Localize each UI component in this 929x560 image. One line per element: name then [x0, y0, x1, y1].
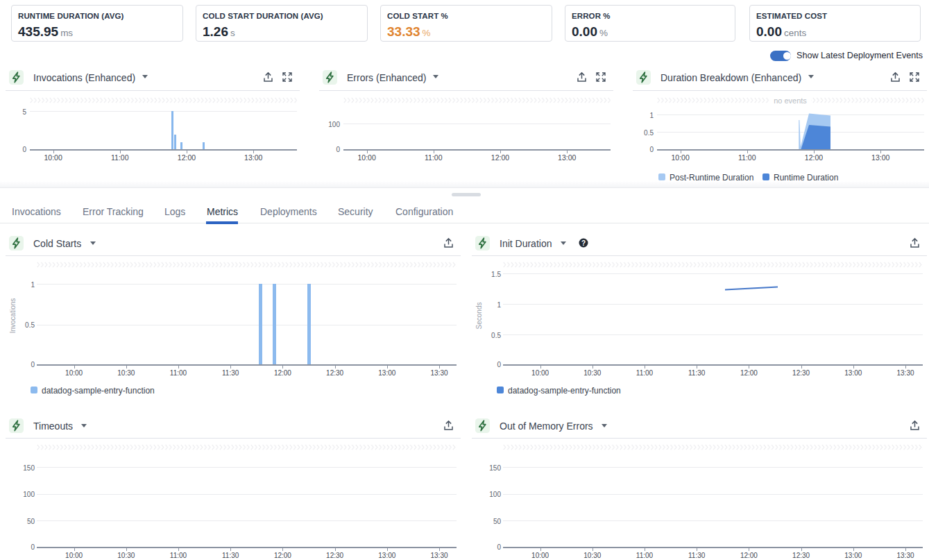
svg-text:?: ?	[581, 239, 586, 247]
